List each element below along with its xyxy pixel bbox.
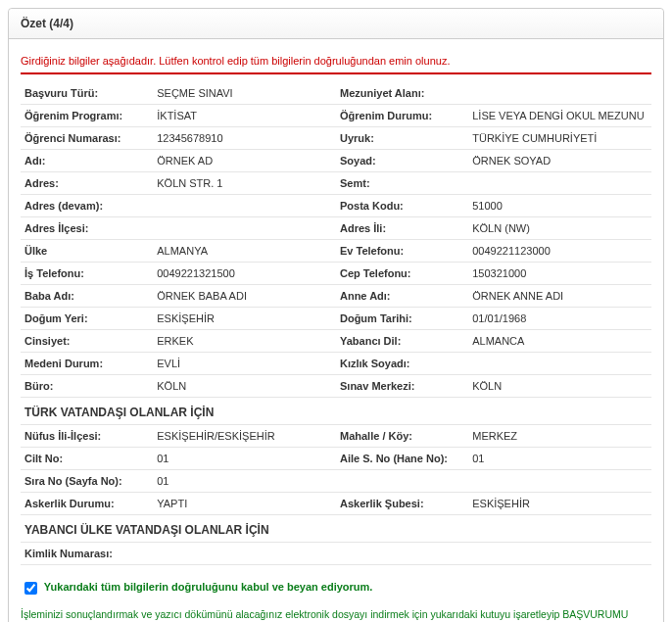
field-label: Nüfus İli-İlçesi: (21, 425, 153, 448)
field-label: Cinsiyet: (21, 330, 153, 353)
table-row: Cinsiyet:ERKEKYabancı Dil:ALMANCA (21, 330, 651, 353)
field-label: Cilt No: (21, 448, 153, 470)
field-value: 01 (153, 448, 336, 470)
field-label: Adres İli: (336, 217, 468, 240)
field-value: ESKİŞEHİR (153, 308, 336, 330)
field-value: İKTİSAT (153, 105, 336, 127)
table-row: Adres İlçesi:Adres İli:KÖLN (NW) (21, 217, 651, 240)
field-label: Öğrenci Numarası: (21, 127, 153, 150)
field-value: YAPTI (153, 493, 336, 515)
section-turkish: TÜRK VATANDAŞI OLANLAR İÇİN (21, 398, 651, 425)
field-label: Kimlik Numarası: (21, 543, 153, 565)
field-value: ESKİŞEHİR (468, 493, 651, 515)
field-label: Ev Telefonu: (336, 240, 468, 263)
field-label: Sınav Merkezi: (336, 375, 468, 398)
field-value: 0049221321500 (153, 263, 336, 285)
field-label: Başvuru Türü: (21, 82, 153, 105)
panel-header: Özet (4/4) (9, 9, 663, 39)
field-value: 12345678910 (153, 127, 336, 150)
field-label: Askerlik Şubesi: (336, 493, 468, 515)
table-row: Adres:KÖLN STR. 1Semt: (21, 172, 651, 195)
table-row: Adı:ÖRNEK ADSoyad:ÖRNEK SOYAD (21, 150, 651, 172)
field-label: Yabancı Dil: (336, 330, 468, 353)
panel-body: Girdiğiniz bilgiler aşağıdadır. Lütfen k… (9, 39, 663, 622)
field-label: Doğum Tarihi: (336, 308, 468, 330)
field-value: 0049221123000 (468, 240, 651, 263)
field-label: Öğrenim Programı: (21, 105, 153, 127)
field-value: 51000 (468, 195, 651, 217)
field-label (336, 470, 468, 493)
field-label: İş Telefonu: (21, 263, 153, 285)
field-label: Adres: (21, 172, 153, 195)
field-label: Adı: (21, 150, 153, 172)
table-row: Sıra No (Sayfa No):01 (21, 470, 651, 493)
warning-text: Girdiğiniz bilgiler aşağıdadır. Lütfen k… (21, 51, 651, 74)
table-row: Nüfus İli-İlçesi:ESKİŞEHİR/ESKİŞEHİRMaha… (21, 425, 651, 448)
field-value (468, 353, 651, 375)
table-row: Askerlik Durumu:YAPTIAskerlik Şubesi:ESK… (21, 493, 651, 515)
field-label: Medeni Durum: (21, 353, 153, 375)
field-value (468, 470, 651, 493)
field-value (153, 195, 336, 217)
table-row: Medeni Durum:EVLİKızlık Soyadı: (21, 353, 651, 375)
field-label: Soyad: (336, 150, 468, 172)
confirm-label: Yukarıdaki tüm bilgilerin doğruluğunu ka… (44, 581, 373, 593)
field-label: Baba Adı: (21, 285, 153, 308)
table-row: Başvuru Türü:SEÇME SINAVIMezuniyet Alanı… (21, 82, 651, 105)
field-value: ESKİŞEHİR/ESKİŞEHİR (153, 425, 336, 448)
field-value: 01 (468, 448, 651, 470)
field-value: KÖLN (468, 375, 651, 398)
field-label: Büro: (21, 375, 153, 398)
field-value: ÖRNEK ANNE ADI (468, 285, 651, 308)
field-label: Aile S. No (Hane No): (336, 448, 468, 470)
field-label: Doğum Yeri: (21, 308, 153, 330)
field-value: TÜRKİYE CUMHURİYETİ (468, 127, 651, 150)
table-row: Öğrenci Numarası:12345678910Uyruk:TÜRKİY… (21, 127, 651, 150)
confirm-checkbox[interactable] (24, 582, 37, 595)
field-value: MERKEZ (468, 425, 651, 448)
field-value (153, 217, 336, 240)
field-value: KÖLN STR. 1 (153, 172, 336, 195)
field-label: Uyruk: (336, 127, 468, 150)
table-row: Öğrenim Programı:İKTİSATÖğrenim Durumu:L… (21, 105, 651, 127)
field-value: KÖLN (NW) (468, 217, 651, 240)
field-label: Adres (devam): (21, 195, 153, 217)
field-value: 01 (153, 470, 336, 493)
field-label: Kızlık Soyadı: (336, 353, 468, 375)
field-value: LİSE VEYA DENGİ OKUL MEZUNU (468, 105, 651, 127)
field-value: 01/01/1968 (468, 308, 651, 330)
field-label: Adres İlçesi: (21, 217, 153, 240)
field-label: Ülke (21, 240, 153, 263)
help-text: İşleminizi sonuçlandırmak ve yazıcı dökü… (21, 607, 651, 622)
field-value: ALMANYA (153, 240, 336, 263)
table-row: Doğum Yeri:ESKİŞEHİRDoğum Tarihi:01/01/1… (21, 308, 651, 330)
field-value: ERKEK (153, 330, 336, 353)
field-value: ÖRNEK SOYAD (468, 150, 651, 172)
field-value: ALMANCA (468, 330, 651, 353)
table-row: ÜlkeALMANYAEv Telefonu:0049221123000 (21, 240, 651, 263)
field-label: Öğrenim Durumu: (336, 105, 468, 127)
field-label: Askerlik Durumu: (21, 493, 153, 515)
table-row: İş Telefonu:0049221321500Cep Telefonu:15… (21, 263, 651, 285)
table-row: Cilt No:01Aile S. No (Hane No):01 (21, 448, 651, 470)
field-label: Cep Telefonu: (336, 263, 468, 285)
confirm-row: Yukarıdaki tüm bilgilerin doğruluğunu ka… (21, 579, 651, 598)
field-value (153, 543, 336, 565)
field-value: EVLİ (153, 353, 336, 375)
field-label: Semt: (336, 172, 468, 195)
field-value (468, 172, 651, 195)
summary-table: Başvuru Türü:SEÇME SINAVIMezuniyet Alanı… (21, 82, 651, 565)
table-row: Baba Adı:ÖRNEK BABA ADIAnne Adı:ÖRNEK AN… (21, 285, 651, 308)
section-foreign: YABANCI ÜLKE VATANDAŞI OLANLAR İÇİN (21, 515, 651, 543)
field-label: Mahalle / Köy: (336, 425, 468, 448)
field-value: ÖRNEK AD (153, 150, 336, 172)
field-label: Sıra No (Sayfa No): (21, 470, 153, 493)
field-value: 150321000 (468, 263, 651, 285)
field-value (468, 82, 651, 105)
table-row: Adres (devam):Posta Kodu:51000 (21, 195, 651, 217)
table-row: Kimlik Numarası: (21, 543, 651, 565)
field-value: KÖLN (153, 375, 336, 398)
field-value: SEÇME SINAVI (153, 82, 336, 105)
field-label: Posta Kodu: (336, 195, 468, 217)
table-row: Büro:KÖLNSınav Merkezi:KÖLN (21, 375, 651, 398)
